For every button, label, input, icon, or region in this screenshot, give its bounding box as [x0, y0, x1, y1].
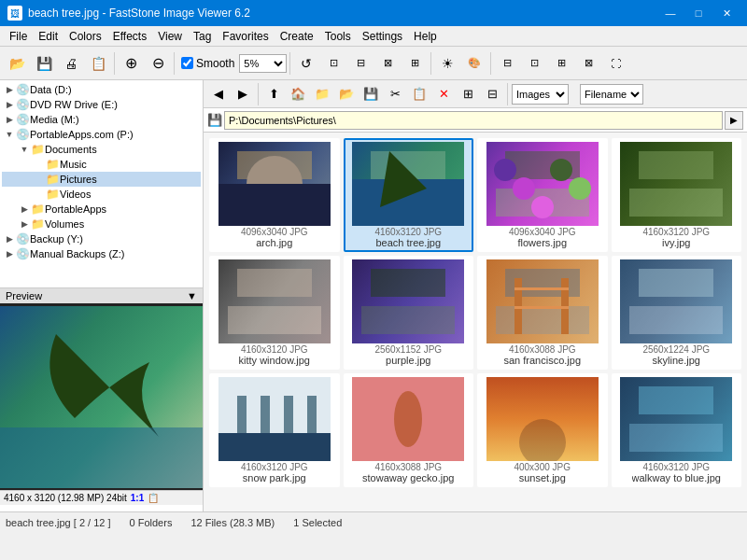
menu-tag[interactable]: Tag — [188, 28, 217, 45]
brightness-button[interactable]: ☀ — [434, 50, 460, 77]
thumb-meta: 4160x3088 JPG — [374, 462, 442, 472]
view-list-button[interactable]: ⊟ — [481, 83, 503, 105]
thumb-meta: 4160x3120 JPG — [374, 227, 442, 237]
up-folder-button[interactable]: ⬆ — [262, 83, 285, 105]
thumb-name: purple.jpg — [386, 355, 430, 366]
folder-tree[interactable]: ▶💿Data (D:)▶💿DVD RW Drive (E:)▶💿Media (M… — [0, 80, 203, 287]
copy-button[interactable]: 📋 — [85, 50, 111, 77]
tree-item-documents[interactable]: ▼📁Documents — [2, 142, 201, 157]
title-bar: 🖼 beach tree.jpg - FastStone Image Viewe… — [0, 0, 747, 26]
preview-info: 4160 x 3120 (12.98 MP) 24bit 1:1 📋 — [0, 490, 203, 505]
menu-help[interactable]: Help — [408, 28, 443, 45]
flip-h-button[interactable]: ⊡ — [320, 50, 346, 77]
main-toolbar: 📂 💾 🖨 📋 ⊕ ⊖ Smooth 5% 10% 25% 50% 75% 10… — [0, 47, 747, 80]
preview-header[interactable]: Preview ▼ — [0, 288, 203, 303]
tree-item-music[interactable]: 📁Music — [2, 157, 201, 172]
tree-item-backup[interactable]: ▶💿Backup (Y:) — [2, 231, 201, 246]
thumb-meta: 4160x3120 JPG — [241, 344, 308, 355]
thumbnail-item[interactable]: 400x300 JPGsunset.jpg — [477, 373, 608, 487]
tree-item-portable[interactable]: ▼💿PortableApps.com (P:) — [2, 127, 201, 142]
menu-edit[interactable]: Edit — [33, 28, 63, 45]
thumbnail-item[interactable]: 4160x3088 JPGsan francisco.jpg — [477, 256, 608, 370]
sep5 — [490, 52, 491, 75]
print-button[interactable]: 🖨 — [58, 50, 84, 77]
thumb-name: san francisco.jpg — [503, 355, 581, 366]
move-files-button[interactable]: 💾 — [359, 83, 382, 105]
menu-create[interactable]: Create — [275, 28, 319, 45]
color-button[interactable]: 🎨 — [461, 50, 487, 77]
crop-button[interactable]: ⊠ — [374, 50, 401, 77]
tree-item-videos[interactable]: 📁Videos — [2, 187, 201, 202]
thumb-large-button[interactable]: ⊞ — [548, 50, 574, 77]
minimize-button[interactable]: — — [657, 4, 684, 22]
thumb-name: stowaway gecko.jpg — [362, 472, 454, 483]
thumbnail-item[interactable]: 4160x3088 JPGstowaway gecko.jpg — [344, 373, 474, 487]
thumb-meta: 2560x1224 JPG — [642, 344, 710, 355]
menu-view[interactable]: View — [152, 28, 188, 45]
thumbnail-item[interactable]: 4160x3120 JPGbeach tree.jpg — [344, 138, 474, 252]
cut-button[interactable]: ✂ — [384, 83, 406, 105]
path-input[interactable] — [224, 111, 723, 130]
thumb-small-button[interactable]: ⊟ — [494, 50, 520, 77]
thumb-name: arch.jpg — [256, 237, 292, 248]
forward-button[interactable]: ▶ — [232, 83, 254, 105]
menu-tools[interactable]: Tools — [319, 28, 357, 45]
tree-item-dvd[interactable]: ▶💿DVD RW Drive (E:) — [2, 97, 201, 112]
tree-item-portableapps2[interactable]: ▶📁PortableApps — [2, 202, 201, 217]
thumb-canvas — [218, 377, 331, 461]
sep3 — [289, 52, 290, 75]
copy-files-button[interactable]: 📂 — [335, 83, 358, 105]
thumb-medium-button[interactable]: ⊡ — [521, 50, 547, 77]
filter-select[interactable]: Images All Files — [512, 84, 569, 105]
menu-settings[interactable]: Settings — [357, 28, 408, 45]
tree-item-volumes[interactable]: ▶📁Volumes — [2, 217, 201, 231]
back-button[interactable]: ◀ — [207, 83, 230, 105]
thumbnail-item[interactable]: 2560x1224 JPGskyline.jpg — [612, 256, 742, 370]
zoom-in-button[interactable]: ⊕ — [118, 50, 144, 77]
zoom-select[interactable]: 5% 10% 25% 50% 75% 100% — [239, 54, 287, 73]
maximize-button[interactable]: □ — [685, 4, 712, 22]
thumbnail-item[interactable]: 4160x3120 JPGwalkway to blue.jpg — [612, 373, 742, 487]
status-files: 12 Files (28.3 MB) — [190, 517, 275, 528]
thumb-meta: 4160x3088 JPG — [509, 344, 576, 355]
tree-item-pictures[interactable]: 📁Pictures — [2, 172, 201, 187]
sort-select[interactable]: Filename Date Size Type — [580, 84, 643, 105]
path-go-button[interactable]: ▶ — [725, 111, 743, 130]
close-button[interactable]: ✕ — [713, 4, 740, 22]
zoom-out-button[interactable]: ⊖ — [145, 50, 171, 77]
delete-button[interactable]: ✕ — [432, 83, 455, 105]
rotate-left-button[interactable]: ↺ — [293, 50, 319, 77]
tree-item-data[interactable]: ▶💿Data (D:) — [2, 82, 201, 97]
open-folder-button[interactable]: 📂 — [4, 50, 30, 77]
tree-item-manualbackups[interactable]: ▶💿Manual Backups (Z:) — [2, 246, 201, 261]
view-grid-button[interactable]: ⊞ — [457, 83, 479, 105]
menu-colors[interactable]: Colors — [63, 28, 107, 45]
thumbnail-item[interactable]: 4160x3120 JPGivy.jpg — [612, 138, 742, 252]
menu-bar: File Edit Colors Effects View Tag Favori… — [0, 26, 747, 47]
home-button[interactable]: 🏠 — [287, 83, 309, 105]
paste-nav-button[interactable]: 📋 — [408, 83, 430, 105]
thumbnail-item[interactable]: 4096x3040 JPGflowers.jpg — [477, 138, 608, 252]
thumb-name: snow park.jpg — [243, 472, 306, 483]
thumbnail-item[interactable]: 4160x3120 JPGkitty window.jpg — [209, 256, 340, 370]
thumb-canvas — [486, 377, 599, 461]
new-folder-button[interactable]: 📁 — [311, 83, 333, 105]
save-button[interactable]: 💾 — [31, 50, 57, 77]
thumb-canvas — [218, 142, 331, 226]
preview-toggle-icon: ▼ — [187, 290, 197, 301]
menu-effects[interactable]: Effects — [107, 28, 152, 45]
smooth-checkbox[interactable] — [181, 57, 193, 69]
preview-ratio-badge: 1:1 — [131, 493, 144, 503]
fullscreen-button[interactable]: ⛶ — [602, 50, 628, 77]
thumbnail-item[interactable]: 4160x3120 JPGsnow park.jpg — [209, 373, 340, 487]
status-selected: 1 Selected — [293, 517, 342, 528]
tree-item-media[interactable]: ▶💿Media (M:) — [2, 112, 201, 127]
thumb-xlarge-button[interactable]: ⊠ — [575, 50, 601, 77]
nav-bar: ◀ ▶ ⬆ 🏠 📁 📂 💾 ✂ 📋 ✕ ⊞ ⊟ Images All Files… — [204, 80, 747, 108]
menu-file[interactable]: File — [4, 28, 33, 45]
flip-v-button[interactable]: ⊟ — [347, 50, 374, 77]
thumbnail-item[interactable]: 4096x3040 JPGarch.jpg — [209, 138, 340, 252]
resize-button[interactable]: ⊞ — [402, 50, 428, 77]
thumbnail-item[interactable]: 2560x1152 JPGpurple.jpg — [344, 256, 474, 370]
menu-favorites[interactable]: Favorites — [217, 28, 274, 45]
